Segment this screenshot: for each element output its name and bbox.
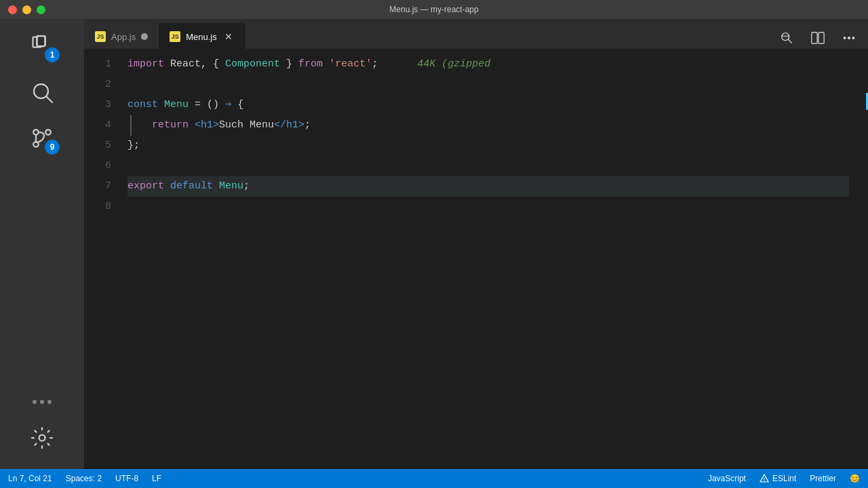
- token-space10: [213, 176, 219, 197]
- editor-area: JS App.js JS Menu.js ✕: [84, 19, 868, 469]
- svg-point-14: [844, 37, 846, 39]
- token-semi-1: ;: [372, 54, 378, 75]
- token-component: Component: [225, 54, 280, 75]
- svg-point-7: [45, 129, 51, 135]
- window-title: Menu.js — my-react-app: [389, 5, 478, 14]
- token-space9: [164, 176, 170, 197]
- gear-icon: [30, 426, 54, 450]
- status-smiley[interactable]: 😊: [850, 474, 860, 483]
- status-bar: Ln 7, Col 21 Spaces: 2 UTF-8 LF JavaScri…: [0, 469, 868, 488]
- token-from: from: [298, 54, 323, 75]
- status-eol[interactable]: LF: [152, 474, 161, 483]
- tab-close-button[interactable]: ✕: [222, 30, 235, 43]
- tab-app-js[interactable]: JS App.js: [84, 23, 159, 49]
- ellipsis-icon: [842, 30, 856, 45]
- code-line-7: export default Menu ;: [127, 176, 849, 197]
- dot1: [33, 400, 37, 404]
- dot2: [40, 400, 44, 404]
- token-menu-name: Menu: [164, 95, 189, 115]
- token-space5: [201, 95, 207, 115]
- code-line-4: return <h1> Such Menu </h1> ;: [127, 115, 859, 136]
- token-brace-close: }: [280, 54, 292, 75]
- token-h1-open: <h1>: [195, 115, 219, 136]
- explorer-badge: 1: [45, 47, 60, 62]
- close-button[interactable]: [8, 5, 17, 14]
- tabs-bar: JS App.js JS Menu.js ✕: [84, 19, 868, 49]
- code-line-2: [127, 75, 859, 95]
- split-editor-icon: [810, 30, 825, 45]
- status-language[interactable]: JavaScript: [708, 474, 746, 483]
- svg-text:!: !: [764, 477, 765, 482]
- code-line-5: };: [127, 136, 859, 156]
- status-position[interactable]: Ln 7, Col 21: [8, 474, 52, 483]
- editor-toolbar: [768, 27, 868, 49]
- token-space6: [219, 95, 225, 115]
- code-line-1: import React, { Component } from 'react'…: [127, 54, 859, 75]
- sidebar-item-settings[interactable]: [22, 418, 62, 458]
- token-parens: (): [207, 95, 219, 115]
- token-space7: [231, 95, 237, 115]
- split-editor-button[interactable]: [807, 27, 829, 49]
- sidebar-item-source-control[interactable]: 9: [22, 118, 62, 159]
- tab-label-menu-js: Menu.js: [186, 32, 217, 42]
- svg-rect-13: [818, 33, 824, 44]
- js-icon-app: JS: [95, 31, 106, 42]
- token-space3: [158, 95, 164, 115]
- more-activity-items[interactable]: [33, 400, 52, 404]
- token-h1-close: </h1>: [274, 115, 304, 136]
- search-icon: [30, 80, 54, 104]
- token-space2: [323, 54, 329, 75]
- sidebar-item-explorer[interactable]: 1: [22, 26, 62, 66]
- scrollbar[interactable]: [859, 49, 868, 469]
- token-export: export: [127, 176, 164, 197]
- tab-label-app-js: App.js: [111, 32, 136, 42]
- token-close-brace: };: [127, 136, 140, 156]
- js-icon-menu: JS: [170, 31, 180, 42]
- svg-line-10: [788, 39, 791, 43]
- code-line-3: const Menu = () ⇒ {: [127, 95, 859, 115]
- line-numbers: 1 2 3 4 5 6 7 8: [84, 49, 122, 469]
- status-eslint[interactable]: ! ESLint: [760, 474, 796, 483]
- warning-icon: !: [760, 474, 769, 483]
- title-bar: Menu.js — my-react-app: [0, 0, 868, 19]
- code-editor[interactable]: 1 2 3 4 5 6 7 8 import React, { Componen…: [84, 49, 868, 469]
- dot3: [47, 400, 52, 404]
- code-content[interactable]: import React, { Component } from 'react'…: [122, 49, 859, 469]
- token-default: default: [170, 176, 213, 197]
- token-space8: [189, 115, 195, 136]
- code-line-6: [127, 156, 859, 176]
- token-such-menu: Such Menu: [219, 115, 274, 136]
- svg-point-16: [852, 37, 854, 39]
- token-string-react: 'react': [329, 54, 372, 75]
- minimize-button[interactable]: [22, 5, 31, 14]
- svg-line-4: [47, 97, 52, 102]
- status-prettier[interactable]: Prettier: [810, 474, 836, 483]
- code-line-8: [127, 197, 859, 217]
- token-const: const: [127, 95, 158, 115]
- tab-menu-js[interactable]: JS Menu.js ✕: [159, 23, 245, 49]
- token-menu-ref: Menu: [219, 176, 243, 197]
- status-spaces[interactable]: Spaces: 2: [66, 474, 102, 483]
- maximize-button[interactable]: [37, 5, 45, 14]
- token-semi-2: ;: [304, 115, 311, 136]
- token-hint: 44K (gzipped: [405, 54, 490, 75]
- svg-point-15: [848, 37, 850, 39]
- token-brace-open: {: [213, 54, 225, 75]
- more-actions-button[interactable]: [838, 27, 860, 49]
- svg-rect-1: [37, 36, 45, 46]
- status-encoding[interactable]: UTF-8: [115, 474, 138, 483]
- token-plain-1: React,: [164, 54, 213, 75]
- token-return: return: [152, 115, 189, 136]
- token-brace-open2: {: [237, 95, 243, 115]
- search-button[interactable]: [776, 27, 797, 49]
- token-import: import: [127, 54, 164, 75]
- sidebar-item-search[interactable]: [22, 72, 62, 113]
- block-indicator: [130, 115, 149, 136]
- activity-bar: 1 9: [0, 19, 84, 469]
- token-space4: [189, 95, 195, 115]
- tab-modified-indicator: [141, 33, 148, 40]
- svg-point-3: [34, 84, 48, 98]
- token-semi-3: ;: [243, 176, 250, 197]
- svg-rect-11: [782, 36, 789, 37]
- traffic-lights[interactable]: [8, 5, 45, 14]
